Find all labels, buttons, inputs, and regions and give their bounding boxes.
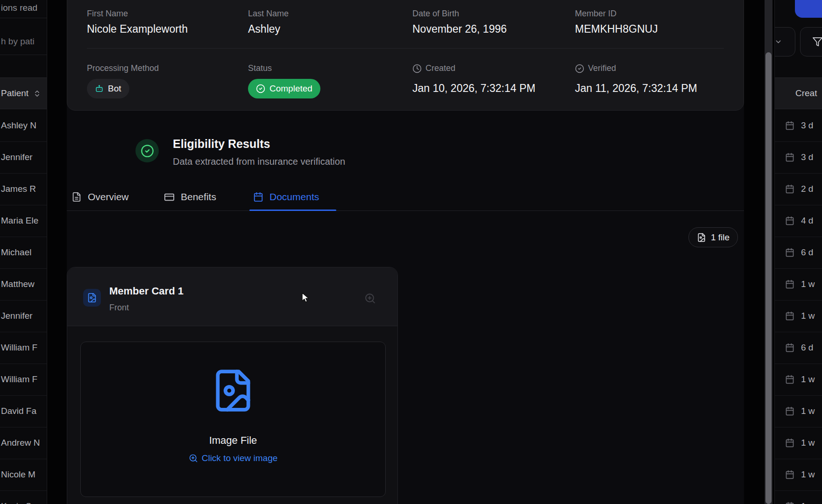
robot-icon bbox=[95, 84, 104, 93]
patient-row[interactable]: Andrew N bbox=[0, 427, 47, 459]
check-circle-icon bbox=[256, 84, 265, 93]
file-image-icon bbox=[87, 293, 97, 303]
patient-row[interactable]: Jennifer bbox=[0, 141, 47, 174]
calendar-icon bbox=[785, 502, 794, 504]
created-value: 4 d bbox=[801, 216, 813, 226]
patient-row[interactable]: Ashley N bbox=[0, 110, 47, 142]
scrollbar-thumb[interactable] bbox=[765, 52, 772, 504]
eligibility-results-subtitle: Data extracted from insurance verificati… bbox=[173, 156, 345, 167]
created-cell[interactable]: 2 d bbox=[775, 173, 822, 205]
first-name-value: Nicole Exampleworth bbox=[87, 23, 188, 35]
created-cell[interactable]: 6 d bbox=[775, 332, 822, 364]
created-cell[interactable]: 1 w bbox=[775, 364, 822, 396]
created-column-header[interactable]: Creat bbox=[775, 77, 822, 109]
created-value: 1 w bbox=[801, 311, 815, 321]
verified-label: Verified bbox=[575, 63, 616, 73]
zoom-in-icon[interactable] bbox=[364, 293, 376, 304]
view-image-link[interactable]: Click to view image bbox=[81, 453, 385, 463]
created-cell[interactable]: 1 w bbox=[775, 395, 822, 427]
patient-name: Andrew N bbox=[0, 438, 40, 448]
primary-action-button[interactable] bbox=[795, 0, 822, 18]
patient-name: Jennifer bbox=[0, 152, 33, 162]
patient-name: Matthew bbox=[0, 279, 35, 289]
image-preview-placeholder[interactable]: Image File Click to view image bbox=[80, 342, 386, 497]
patients-table-left-panel: ions read h by pati Patient Ashley N Jen… bbox=[0, 0, 47, 504]
created-value: 1 w bbox=[801, 374, 815, 385]
created-value: 1 w bbox=[801, 501, 815, 504]
patient-row[interactable]: Matthew bbox=[0, 268, 47, 301]
created-value: 3 d bbox=[801, 152, 813, 162]
calendar-icon bbox=[785, 121, 794, 130]
patient-name: David Fa bbox=[0, 406, 36, 416]
created-cell[interactable]: 6 d bbox=[775, 237, 822, 269]
tab-overview[interactable]: Overview bbox=[71, 189, 129, 204]
calendar-icon bbox=[785, 470, 794, 479]
patient-search-input[interactable]: h by pati bbox=[1, 36, 35, 47]
last-name-value: Ashley bbox=[248, 23, 280, 35]
patient-row[interactable]: Michael bbox=[0, 237, 47, 269]
created-value: 1 w bbox=[801, 438, 815, 448]
patient-row[interactable]: Jennifer bbox=[0, 300, 47, 332]
created-label: Created bbox=[412, 63, 455, 73]
filter-button[interactable] bbox=[800, 27, 822, 56]
tab-documents[interactable]: Documents bbox=[253, 189, 319, 204]
tab-benefits-label: Benefits bbox=[181, 191, 216, 203]
calendar-icon bbox=[785, 248, 794, 257]
member-card-side-label: Front bbox=[109, 303, 129, 313]
patient-column-header[interactable]: Patient bbox=[0, 77, 47, 109]
patient-name: Kevin S bbox=[0, 501, 31, 504]
created-cell[interactable]: 3 d bbox=[775, 141, 822, 174]
dropdown-button[interactable] bbox=[774, 27, 795, 56]
patient-row[interactable]: William F bbox=[0, 332, 47, 364]
created-value: 1 w bbox=[801, 406, 815, 416]
file-text-icon bbox=[71, 192, 82, 202]
created-value: 6 d bbox=[801, 247, 813, 258]
patient-info-card: First Name Nicole Exampleworth Last Name… bbox=[67, 0, 744, 111]
tab-documents-label: Documents bbox=[269, 191, 319, 203]
eligibility-results-title: Eligibility Results bbox=[173, 137, 270, 151]
created-cell[interactable]: 1 w bbox=[775, 490, 822, 504]
created-cell[interactable]: 1 w bbox=[775, 300, 822, 332]
filter-icon bbox=[812, 36, 822, 47]
patient-row[interactable]: Kevin S bbox=[0, 490, 47, 504]
status-label: Status bbox=[248, 63, 272, 73]
patient-row[interactable]: James R bbox=[0, 173, 47, 205]
calendar-icon bbox=[785, 184, 794, 194]
file-count-label: 1 file bbox=[711, 232, 730, 243]
patient-row[interactable]: David Fa bbox=[0, 395, 47, 427]
check-circle-icon bbox=[575, 64, 584, 73]
created-cell[interactable]: 1 w bbox=[775, 427, 822, 459]
patient-name: William F bbox=[0, 343, 37, 353]
member-card-header[interactable]: Member Card 1 Front bbox=[67, 267, 397, 326]
first-name-label: First Name bbox=[87, 9, 128, 19]
file-count-badge: 1 file bbox=[688, 227, 738, 247]
created-cell[interactable]: 4 d bbox=[775, 205, 822, 237]
patient-name: Jennifer bbox=[0, 311, 33, 321]
calendar-icon bbox=[785, 375, 794, 384]
patient-name: Nicole M bbox=[0, 469, 35, 480]
created-value: 1 w bbox=[801, 279, 815, 289]
created-cell[interactable]: 3 d bbox=[775, 110, 822, 142]
divider bbox=[87, 48, 724, 49]
tab-benefits[interactable]: Benefits bbox=[164, 189, 216, 204]
divider bbox=[0, 18, 47, 18]
patient-row[interactable]: William F bbox=[0, 364, 47, 396]
header-text-fragment: ions read bbox=[1, 3, 37, 13]
processing-method-label: Processing Method bbox=[87, 63, 159, 73]
patient-row[interactable]: Maria Ele bbox=[0, 205, 47, 237]
file-image-icon bbox=[210, 368, 256, 413]
created-cell[interactable]: 1 w bbox=[775, 459, 822, 491]
created-datetime: Jan 10, 2026, 7:32:14 PM bbox=[412, 82, 535, 95]
dob-label: Date of Birth bbox=[412, 9, 459, 19]
patient-row[interactable]: Nicole M bbox=[0, 459, 47, 491]
calendar-icon bbox=[785, 153, 794, 162]
member-card-title: Member Card 1 bbox=[109, 285, 184, 297]
calendar-icon bbox=[785, 280, 794, 289]
patient-name: Maria Ele bbox=[0, 216, 38, 226]
calendar-icon bbox=[785, 406, 794, 416]
calendar-icon bbox=[785, 216, 794, 225]
created-cell[interactable]: 1 w bbox=[775, 268, 822, 301]
verified-datetime: Jan 11, 2026, 7:32:14 PM bbox=[575, 82, 697, 95]
calendar-icon bbox=[785, 438, 794, 448]
created-value: 1 w bbox=[801, 469, 815, 480]
